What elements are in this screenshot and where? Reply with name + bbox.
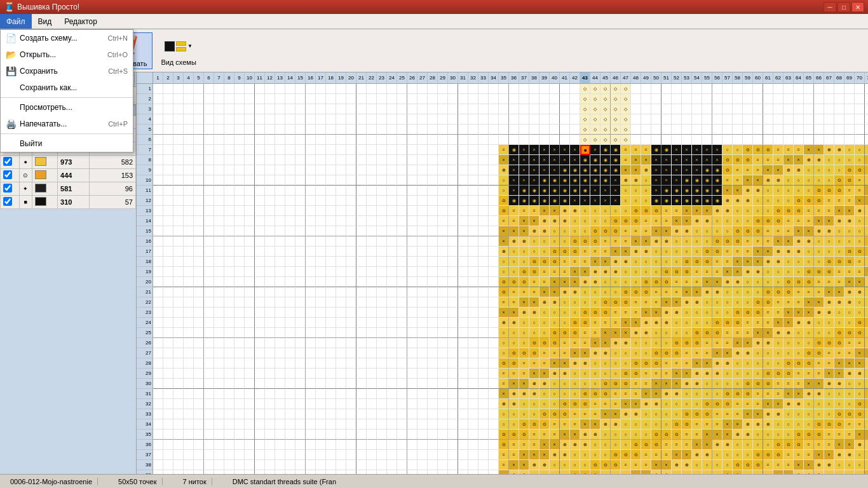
grid-cell[interactable]: ⊕: [804, 470, 814, 474]
grid-cell[interactable]: [550, 114, 560, 125]
grid-cell[interactable]: ○: [733, 369, 743, 379]
grid-cell[interactable]: =: [855, 267, 865, 277]
grid-cell[interactable]: ○: [834, 155, 844, 165]
grid-cell[interactable]: [356, 328, 367, 338]
grid-cell[interactable]: [387, 145, 397, 155]
grid-cell[interactable]: [478, 318, 489, 328]
grid-cell[interactable]: =: [651, 369, 661, 379]
grid-cell[interactable]: [153, 440, 163, 450]
grid-cell[interactable]: [722, 84, 733, 94]
grid-cell[interactable]: [356, 216, 367, 226]
grid-cell[interactable]: ○: [550, 389, 560, 399]
grid-cell[interactable]: ⊙: [560, 247, 570, 257]
grid-cell[interactable]: [316, 460, 326, 470]
grid-cell[interactable]: ⊕: [692, 297, 702, 308]
grid-cell[interactable]: [336, 287, 346, 297]
grid-cell[interactable]: [438, 450, 448, 460]
grid-cell[interactable]: [224, 84, 234, 94]
grid-cell[interactable]: ⊙: [844, 165, 855, 175]
grid-cell[interactable]: [387, 135, 397, 145]
grid-cell[interactable]: =: [509, 297, 519, 308]
grid-cell[interactable]: =: [682, 277, 692, 287]
grid-cell[interactable]: ■: [580, 145, 590, 155]
grid-cell[interactable]: ×: [834, 369, 844, 379]
grid-cell[interactable]: ○: [539, 318, 550, 328]
grid-cell[interactable]: [163, 318, 173, 328]
grid-cell[interactable]: =: [509, 440, 519, 450]
grid-cell[interactable]: [458, 430, 468, 440]
grid-cell[interactable]: [234, 206, 245, 216]
grid-cell[interactable]: [753, 94, 763, 104]
grid-cell[interactable]: [346, 328, 356, 338]
grid-cell[interactable]: =: [600, 236, 611, 247]
grid-cell[interactable]: [204, 84, 214, 94]
grid-cell[interactable]: [306, 358, 316, 369]
grid-cell[interactable]: ○: [621, 277, 631, 287]
grid-cell[interactable]: [529, 94, 539, 104]
grid-cell[interactable]: [173, 257, 184, 267]
grid-cell[interactable]: ⊕: [702, 287, 712, 297]
color-checkbox-5[interactable]: [3, 184, 12, 193]
grid-cell[interactable]: ×: [621, 247, 631, 257]
grid-cell[interactable]: ○: [804, 247, 814, 257]
grid-cell[interactable]: ◇: [590, 114, 600, 125]
grid-cell[interactable]: [184, 145, 194, 155]
grid-cell[interactable]: [275, 328, 285, 338]
grid-cell[interactable]: ×: [814, 450, 824, 460]
grid-cell[interactable]: ○: [590, 216, 600, 226]
grid-cell[interactable]: ⊕: [763, 338, 773, 348]
grid-cell[interactable]: ○: [651, 338, 661, 348]
grid-cell[interactable]: =: [722, 328, 733, 338]
grid-cell[interactable]: [407, 196, 417, 206]
grid-cell[interactable]: [275, 247, 285, 257]
grid-cell[interactable]: [173, 84, 184, 94]
grid-cell[interactable]: [489, 114, 499, 125]
grid-cell[interactable]: [377, 369, 387, 379]
grid-cell[interactable]: =: [580, 409, 590, 419]
grid-cell[interactable]: [682, 135, 692, 145]
grid-cell[interactable]: [234, 226, 245, 236]
grid-cell[interactable]: ×: [814, 297, 824, 308]
grid-cell[interactable]: ×: [550, 277, 560, 287]
grid-cell[interactable]: ○: [733, 216, 743, 226]
grid-cell[interactable]: ◇: [600, 94, 611, 104]
grid-cell[interactable]: [428, 297, 438, 308]
grid-cell[interactable]: [326, 247, 336, 257]
grid-cell[interactable]: ×: [692, 165, 702, 175]
grid-cell[interactable]: =: [773, 389, 783, 399]
grid-cell[interactable]: ○: [560, 318, 570, 328]
grid-cell[interactable]: ○: [773, 430, 783, 440]
grid-cell[interactable]: ⊕: [631, 409, 641, 419]
grid-cell[interactable]: ◇: [621, 104, 631, 114]
grid-cell[interactable]: [255, 440, 265, 450]
grid-cell[interactable]: ○: [621, 267, 631, 277]
grid-cell[interactable]: ⊙: [672, 267, 682, 277]
grid-cell[interactable]: ○: [753, 277, 763, 287]
grid-cell[interactable]: [438, 297, 448, 308]
grid-cell[interactable]: [448, 409, 458, 419]
grid-cell[interactable]: [702, 94, 712, 104]
grid-cell[interactable]: =: [570, 338, 580, 348]
grid-cell[interactable]: ×: [529, 297, 539, 308]
grid-cell[interactable]: ⊙: [712, 328, 722, 338]
grid-cell[interactable]: ⊕: [621, 338, 631, 348]
grid-cell[interactable]: ⊙: [824, 186, 834, 196]
grid-cell[interactable]: ⊕: [743, 419, 753, 430]
grid-cell[interactable]: [458, 389, 468, 399]
grid-cell[interactable]: ×: [641, 470, 651, 474]
grid-cell[interactable]: [316, 328, 326, 338]
grid-cell[interactable]: [438, 155, 448, 165]
grid-cell[interactable]: ⊕: [631, 175, 641, 186]
grid-cell[interactable]: =: [682, 358, 692, 369]
grid-cell[interactable]: ⊕: [844, 450, 855, 460]
grid-cell[interactable]: ⊕: [763, 409, 773, 419]
grid-cell[interactable]: [468, 348, 478, 358]
grid-cell[interactable]: ⊕: [834, 379, 844, 389]
grid-cell[interactable]: [234, 236, 245, 247]
grid-cell[interactable]: ⊙: [631, 287, 641, 297]
grid-cell[interactable]: ×: [580, 419, 590, 430]
grid-cell[interactable]: [214, 216, 224, 226]
grid-cell[interactable]: [255, 328, 265, 338]
grid-cell[interactable]: [438, 460, 448, 470]
grid-cell[interactable]: [265, 165, 275, 175]
